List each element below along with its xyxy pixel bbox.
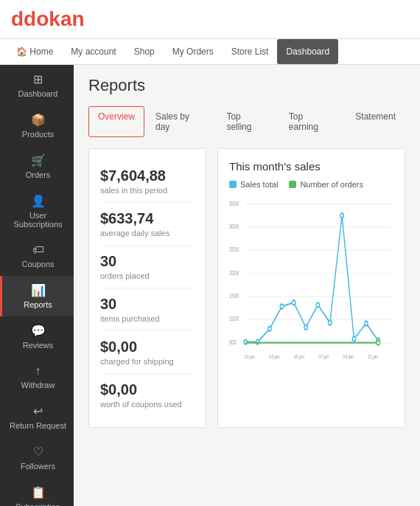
- sidebar-item-orders[interactable]: 🛒 Orders: [0, 146, 74, 187]
- top-navigation: 🏠 HomeMy accountShopMy OrdersStore ListD…: [0, 39, 420, 65]
- stat-item: $0,00 charged for shipping: [100, 331, 195, 374]
- topnav-item[interactable]: Dashboard: [277, 39, 338, 64]
- tab-statement[interactable]: Statement: [346, 106, 405, 137]
- sidebar-item-label: Reports: [24, 300, 52, 309]
- topnav-item[interactable]: My account: [62, 39, 125, 64]
- sidebar-icon: 📋: [31, 485, 46, 499]
- sidebar-item-label: Products: [22, 130, 54, 139]
- stat-item: 30 orders placed: [100, 246, 195, 288]
- tab-top-earning[interactable]: Top earning: [279, 106, 344, 137]
- svg-text:500: 500: [229, 339, 237, 346]
- stat-value: $7,604,88: [100, 167, 195, 184]
- sidebar-icon: 🏷: [32, 243, 44, 257]
- stats-panel: $7,604,88 sales in this period$633,74 av…: [88, 148, 206, 428]
- sidebar-item-user-subscriptions[interactable]: 👤 User Subscriptions: [0, 187, 74, 236]
- stat-value: 30: [100, 253, 195, 270]
- main-content: Reports OverviewSales by dayTop sellingT…: [74, 65, 420, 506]
- report-tabs: OverviewSales by dayTop sellingTop earni…: [88, 106, 405, 137]
- svg-point-32: [377, 341, 379, 345]
- stat-item: $633,74 average daily sales: [100, 203, 195, 246]
- svg-point-30: [365, 321, 368, 325]
- topnav-item[interactable]: 🏠 Home: [7, 39, 62, 64]
- sidebar-icon: 👤: [31, 194, 46, 208]
- sidebar-item-label: Reviews: [23, 341, 54, 350]
- stat-label: items purchased: [100, 314, 195, 323]
- sidebar-item-label: Subscription: [15, 502, 60, 506]
- sidebar-item-subscription[interactable]: 📋 Subscription: [0, 478, 74, 506]
- topnav-item[interactable]: Shop: [125, 39, 164, 64]
- svg-text:1500: 1500: [229, 292, 239, 299]
- sidebar-icon: 📦: [31, 113, 46, 127]
- stat-value: $633,74: [100, 210, 195, 227]
- sidebar-item-label: Coupons: [21, 260, 54, 268]
- svg-point-22: [268, 327, 271, 331]
- sidebar-item-label: Orders: [26, 170, 51, 179]
- svg-text:3500: 3500: [229, 199, 239, 207]
- sidebar-icon: 📊: [31, 283, 46, 297]
- topnav-item[interactable]: Store List: [223, 39, 278, 64]
- stat-label: charged for shipping: [100, 357, 195, 366]
- sidebar-item-label: Return Request: [10, 421, 66, 430]
- svg-point-25: [304, 325, 307, 330]
- svg-text:01 jan: 01 jan: [245, 353, 256, 360]
- tab-sales-by-day[interactable]: Sales by day: [146, 106, 215, 137]
- stat-item: 30 items purchased: [100, 288, 195, 331]
- sidebar-icon: ⊞: [33, 72, 43, 86]
- legend-orders: Number of orders: [289, 180, 363, 189]
- legend-orders-label: Number of orders: [300, 180, 363, 189]
- sidebar-item-label: Dashboard: [18, 89, 58, 98]
- stat-value: 30: [100, 296, 195, 313]
- tab-top-selling[interactable]: Top selling: [217, 106, 277, 137]
- sidebar-icon: 🛒: [31, 153, 46, 167]
- stat-item: $7,604,88 sales in this period: [100, 160, 195, 203]
- stat-label: orders placed: [100, 271, 195, 280]
- chart-panel: This month's sales Sales total Number of…: [217, 148, 405, 428]
- sidebar-item-reviews[interactable]: 💬 Reviews: [0, 316, 74, 357]
- sidebar-item-return-request[interactable]: ↩ Return Request: [0, 397, 74, 437]
- svg-text:09 jan: 09 jan: [343, 353, 354, 360]
- sidebar-icon: ♡: [33, 445, 43, 459]
- sidebar-item-label: User Subscriptions: [6, 211, 70, 229]
- tab-overview[interactable]: Overview: [88, 106, 144, 137]
- sidebar-item-reports[interactable]: 📊 Reports: [0, 276, 74, 316]
- sidebar-item-products[interactable]: 📦 Products: [0, 105, 74, 146]
- stat-label: sales in this period: [100, 186, 195, 195]
- sidebar-item-label: Followers: [21, 462, 55, 471]
- svg-text:2500: 2500: [229, 246, 239, 253]
- chart-container: 3500 3000 2500 2000 1500 1000 500: [229, 196, 393, 366]
- app-logo: ddokan: [11, 7, 85, 30]
- stat-value: $0,00: [100, 339, 195, 356]
- chart-legend: Sales total Number of orders: [229, 180, 393, 189]
- legend-sales-label: Sales total: [240, 180, 278, 189]
- sidebar-item-followers[interactable]: ♡ Followers: [0, 437, 74, 478]
- sidebar: ⊞ Dashboard📦 Products🛒 Orders👤 User Subs…: [0, 65, 74, 506]
- svg-text:05 jan: 05 jan: [294, 353, 305, 360]
- sales-legend-dot: [229, 181, 237, 188]
- svg-point-23: [280, 304, 283, 308]
- svg-point-24: [292, 300, 295, 305]
- svg-point-27: [329, 320, 332, 325]
- sidebar-item-dashboard[interactable]: ⊞ Dashboard: [0, 65, 74, 105]
- page-title: Reports: [88, 76, 405, 95]
- svg-text:07 jan: 07 jan: [318, 353, 329, 360]
- stat-value: $0,00: [100, 381, 195, 398]
- stat-label: worth of coupons used: [100, 400, 195, 409]
- svg-text:3000: 3000: [229, 223, 239, 230]
- svg-point-28: [340, 213, 343, 218]
- svg-text:1000: 1000: [229, 315, 239, 322]
- svg-point-26: [316, 302, 319, 307]
- orders-legend-dot: [289, 181, 296, 188]
- sidebar-icon: ↩: [33, 404, 43, 418]
- sidebar-item-coupons[interactable]: 🏷 Coupons: [0, 236, 74, 276]
- sidebar-item-withdraw[interactable]: ↑ Withdraw: [0, 357, 74, 397]
- topnav-item[interactable]: My Orders: [164, 39, 223, 64]
- sidebar-item-label: Withdraw: [21, 381, 55, 389]
- svg-point-29: [352, 336, 355, 341]
- legend-sales: Sales total: [229, 180, 278, 189]
- svg-text:11 jan: 11 jan: [368, 353, 379, 360]
- svg-text:03 jan: 03 jan: [269, 353, 280, 360]
- chart-title: This month's sales: [229, 160, 393, 173]
- svg-text:2000: 2000: [229, 269, 239, 277]
- sidebar-icon: ↑: [35, 364, 41, 378]
- stat-label: average daily sales: [100, 229, 195, 238]
